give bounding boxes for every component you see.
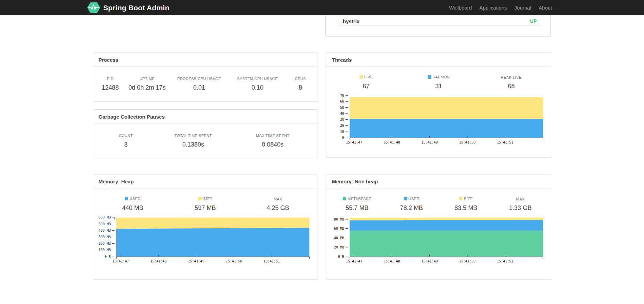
stat-label: PEAK LIVE — [501, 75, 522, 79]
chart-svg: 15:41:4715:41:4815:41:4915:41:5015:41:51… — [97, 214, 312, 266]
stat-value: 0d 0h 2m 17s — [124, 84, 170, 91]
svg-text:15:41:48: 15:41:48 — [384, 259, 400, 263]
stat-label: UPTIME — [140, 77, 155, 81]
chart-svg: 15:41:4715:41:4815:41:4915:41:5015:41:51… — [331, 93, 546, 147]
stat-label: SYSTEM CPU USAGE — [237, 77, 278, 81]
stat-value: 4.25 GB — [242, 204, 314, 212]
stat-label: SIZE — [464, 197, 473, 201]
stat-label-row: SIZE — [198, 197, 212, 201]
threads-chart: 15:41:4715:41:4815:41:4915:41:5015:41:51… — [331, 93, 546, 147]
legend-swatch-used — [125, 197, 128, 200]
stat-label: USED — [129, 197, 140, 201]
stat-label-row: USED — [404, 197, 419, 201]
service-row-hystrix[interactable]: hystrix UP — [326, 15, 550, 26]
gc-pauses-card: Garbage Collection Pauses COUNT3TOTAL TI… — [93, 109, 318, 158]
stat-max: MAX1.33 GB — [493, 196, 548, 212]
service-status-badge: UP — [530, 18, 537, 24]
stat-value: 0.01 — [170, 84, 228, 91]
svg-text:15:41:49: 15:41:49 — [188, 259, 204, 263]
legend-swatch-metaspace — [343, 197, 346, 200]
service-row-divider — [339, 26, 542, 26]
stat-label: MAX — [516, 197, 525, 201]
stat-label: DAEMON — [432, 75, 450, 79]
svg-text:40: 40 — [340, 112, 344, 116]
stat-label: MAX — [274, 197, 282, 201]
stat-label-row: MAX — [516, 197, 525, 201]
stat-label-row: MAX TIME SPENT — [256, 134, 289, 138]
svg-text:15:41:50: 15:41:50 — [459, 140, 475, 144]
stat-value: 12488 — [96, 84, 124, 91]
svg-text:15:41:51: 15:41:51 — [497, 140, 513, 144]
legend-swatch-used — [404, 197, 407, 200]
stat-max: MAX4.25 GB — [242, 196, 314, 212]
stat-value: 0.10 — [228, 84, 287, 91]
nav-links: WallboardApplicationsJournalAbout — [445, 5, 556, 11]
stat-value: 31 — [402, 83, 475, 90]
nav-link-about[interactable]: About — [535, 5, 556, 11]
stat-label-row: USED — [125, 197, 140, 201]
svg-text:15:41:47: 15:41:47 — [346, 140, 362, 144]
stat-label-row: TOTAL TIME SPENT — [174, 134, 212, 138]
stat-size: SIZE83.5 MB — [439, 196, 493, 212]
stat-label-row: METASPACE — [343, 197, 371, 201]
svg-text:15:41:50: 15:41:50 — [459, 259, 475, 263]
svg-text:15:41:48: 15:41:48 — [150, 259, 167, 263]
svg-text:15:41:49: 15:41:49 — [421, 259, 438, 263]
left-column: Process PID12488UPTIME0d 0h 2m 17sPROCES… — [93, 52, 318, 158]
threads-card-title: Threads — [326, 53, 551, 67]
svg-text:15:41:47: 15:41:47 — [112, 259, 129, 263]
stat-value: 597 MB — [169, 204, 242, 212]
svg-text:50: 50 — [340, 106, 344, 109]
brand-link[interactable]: Spring Boot Admin — [87, 2, 169, 14]
nav-link-journal[interactable]: Journal — [511, 5, 535, 11]
threads-card: Threads LIVE67DAEMON31PEAK LIVE68 15:41:… — [326, 52, 551, 157]
brand-logo-icon — [87, 2, 100, 14]
stat-uptime: UPTIME0d 0h 2m 17s — [124, 75, 170, 91]
nav-link-applications[interactable]: Applications — [476, 5, 511, 11]
memory-heap-card: Memory: Heap USED440 MBSIZE597 MBMAX4.25… — [93, 174, 318, 279]
svg-text:15:41:50: 15:41:50 — [226, 259, 242, 263]
stat-label: METASPACE — [348, 197, 371, 201]
stat-label: USED — [409, 197, 419, 201]
stat-value: 67 — [330, 83, 402, 90]
brand-title: Spring Boot Admin — [103, 4, 169, 12]
stat-label-row: UPTIME — [140, 77, 155, 81]
nav-link-wallboard[interactable]: Wallboard — [445, 5, 476, 11]
svg-text:15:41:49: 15:41:49 — [421, 140, 438, 144]
stat-label: CPUS — [295, 77, 306, 81]
svg-text:0 B: 0 B — [338, 255, 344, 259]
stat-used: USED440 MB — [96, 196, 169, 212]
legend-swatch-live — [359, 75, 363, 79]
gc-card-title: Garbage Collection Pauses — [93, 110, 318, 124]
threads-stats: LIVE67DAEMON31PEAK LIVE68 — [326, 67, 551, 90]
page-content: hystrix UP Process PID12488UPTIME0d 0h 2… — [93, 15, 551, 279]
stat-value: 0.0840s — [231, 141, 314, 148]
stat-label: SIZE — [203, 197, 212, 201]
stat-pid: PID12488 — [96, 75, 124, 91]
stat-process-cpu-usage: PROCESS CPU USAGE0.01 — [170, 75, 228, 91]
legend-swatch-size — [198, 197, 202, 200]
stat-label: TOTAL TIME SPENT — [174, 134, 212, 138]
stat-label-row: PROCESS CPU USAGE — [177, 77, 221, 81]
stat-value: 440 MB — [96, 204, 169, 212]
stat-system-cpu-usage: SYSTEM CPU USAGE0.10 — [228, 75, 287, 91]
memory-heap-stats: USED440 MBSIZE597 MBMAX4.25 GB — [93, 188, 318, 212]
chart-svg: 15:41:4715:41:4815:41:4915:41:5015:41:51… — [331, 214, 546, 266]
svg-text:20: 20 — [340, 124, 344, 127]
svg-text:60: 60 — [340, 100, 344, 103]
stat-value: 3 — [96, 141, 155, 148]
stat-label-row: COUNT — [119, 134, 133, 138]
memory-nonheap-card: Memory: Non heap METASPACE55.7 MBUSED78.… — [326, 174, 551, 279]
stat-total-time-spent: TOTAL TIME SPENT0.1380s — [155, 132, 231, 148]
svg-text:70: 70 — [340, 94, 344, 97]
stat-value: 0.1380s — [155, 141, 231, 148]
svg-text:20 MB: 20 MB — [334, 245, 344, 249]
service-name: hystrix — [343, 18, 359, 24]
process-card: Process PID12488UPTIME0d 0h 2m 17sPROCES… — [93, 52, 318, 102]
memory-nonheap-stats: METASPACE55.7 MBUSED78.2 MBSIZE83.5 MBMA… — [326, 188, 551, 212]
stat-label: PID — [107, 77, 114, 81]
stat-label-row: MAX — [274, 197, 282, 201]
stat-value: 68 — [475, 83, 548, 90]
memory-heap-card-title: Memory: Heap — [93, 174, 318, 188]
memory-nonheap-card-title: Memory: Non heap — [326, 174, 551, 188]
